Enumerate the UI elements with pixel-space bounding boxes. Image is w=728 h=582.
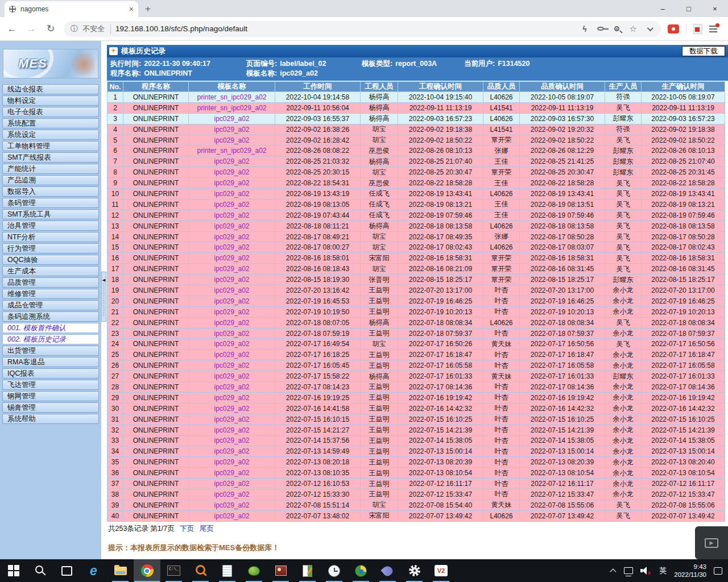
template-link[interactable]: ipc029_a02 bbox=[189, 457, 275, 468]
template-link[interactable]: ipc029_a02 bbox=[189, 360, 275, 371]
template-link[interactable]: ipc029_a02 bbox=[189, 242, 275, 253]
template-link[interactable]: ipc029_a02 bbox=[189, 371, 275, 382]
template-link[interactable]: ipc029_a02 bbox=[189, 156, 275, 167]
template-link[interactable]: printer_sn_ipc029_a02 bbox=[189, 146, 275, 156]
volume-muted-icon[interactable]: × bbox=[640, 567, 652, 575]
template-link[interactable]: ipc029_a02 bbox=[189, 178, 275, 189]
sidebar-item[interactable]: 条码追溯系统 bbox=[2, 311, 99, 322]
minimize-button[interactable]: – bbox=[650, 0, 676, 17]
url-text[interactable]: 192.168.100.18/sfc/S.php/nago/default bbox=[115, 24, 578, 33]
sidebar-item[interactable]: OQC抽验 bbox=[2, 255, 99, 265]
template-link[interactable]: ipc029_a02 bbox=[189, 221, 275, 231]
sidebar-item[interactable]: SMT产线报表 bbox=[2, 152, 99, 163]
template-link[interactable]: ipc029_a02 bbox=[189, 135, 275, 146]
sidebar-item[interactable]: 电子仓报表 bbox=[2, 107, 99, 117]
sidebar-item[interactable]: 工单物料管理 bbox=[2, 141, 99, 151]
template-link[interactable]: ipc029_a02 bbox=[189, 339, 275, 350]
template-link[interactable]: ipc029_a02 bbox=[189, 392, 275, 403]
template-link[interactable]: ipc029_a02 bbox=[189, 479, 275, 489]
template-link[interactable]: ipc029_a02 bbox=[189, 468, 275, 479]
sidebar-item[interactable]: 生产成本 bbox=[2, 266, 99, 276]
remote-tool-button[interactable] bbox=[267, 559, 294, 582]
file-explorer-button[interactable] bbox=[107, 559, 134, 582]
sidebar-item[interactable]: 线边仓报表 bbox=[2, 84, 99, 94]
template-link[interactable]: ipc029_a02 bbox=[189, 435, 275, 446]
dolphin-tool-button[interactable] bbox=[374, 559, 401, 582]
template-link[interactable]: ipc029_a02 bbox=[189, 296, 275, 306]
chrome-button[interactable] bbox=[134, 559, 160, 582]
browser-tab[interactable]: nagomes × bbox=[5, 1, 138, 17]
sidebar-item[interactable]: 治具管理 bbox=[2, 221, 99, 231]
template-link[interactable]: printer_sn_ipc029_a02 bbox=[189, 92, 275, 103]
template-link[interactable]: ipc029_a02 bbox=[189, 113, 275, 124]
splitter-handle[interactable]: ◀ bbox=[101, 272, 106, 322]
sidebar-submenu-item[interactable]: 001. 模板首件确认 bbox=[2, 323, 99, 333]
sidebar-item[interactable]: 飞达管理 bbox=[2, 380, 99, 390]
template-link[interactable]: ipc029_a02 bbox=[189, 328, 275, 339]
sidebar-item[interactable]: 物料设定 bbox=[2, 95, 99, 106]
template-link[interactable]: ipc029_a02 bbox=[189, 264, 275, 275]
search-button[interactable] bbox=[27, 559, 53, 582]
sidebar-item[interactable]: 行为管理 bbox=[2, 243, 99, 253]
bookmark-star-icon[interactable]: ☆ bbox=[630, 24, 637, 34]
sidebar-item[interactable]: 系统配置 bbox=[2, 118, 99, 128]
password-key-icon[interactable] bbox=[597, 27, 604, 31]
tab-close-icon[interactable]: × bbox=[129, 5, 134, 14]
search-tool-button[interactable] bbox=[187, 559, 214, 582]
template-link[interactable]: ipc029_a02 bbox=[189, 231, 275, 242]
template-link[interactable]: ipc029_a02 bbox=[189, 317, 275, 328]
template-link[interactable]: ipc029_a02 bbox=[189, 489, 275, 500]
sidebar-item[interactable]: 维修管理 bbox=[2, 289, 99, 299]
tray-expand-icon[interactable] bbox=[610, 568, 617, 575]
settings-gear-button[interactable] bbox=[401, 559, 428, 582]
template-link[interactable]: ipc029_a02 bbox=[189, 189, 275, 199]
template-link[interactable]: ipc029_a02 bbox=[189, 382, 275, 393]
next-page-link[interactable]: 下页 bbox=[180, 525, 194, 533]
sidebar-item[interactable]: SMT系统工具 bbox=[2, 209, 99, 219]
template-link[interactable]: ipc029_a02 bbox=[189, 210, 275, 221]
data-download-button[interactable]: 数据下载 bbox=[682, 46, 725, 56]
reload-icon[interactable]: ↻ bbox=[44, 23, 57, 35]
template-link[interactable]: ipc029_a02 bbox=[189, 500, 275, 510]
notepad-button[interactable] bbox=[214, 559, 241, 582]
last-page-link[interactable]: 尾页 bbox=[200, 525, 214, 533]
maximize-button[interactable]: □ bbox=[676, 0, 702, 17]
collapse-arrow-icon[interactable]: ◀ bbox=[102, 278, 105, 282]
sidebar-item[interactable]: IQC报表 bbox=[2, 368, 99, 379]
task-view-button[interactable] bbox=[53, 559, 80, 582]
template-link[interactable]: printer_sn_ipc029_a02 bbox=[189, 102, 275, 113]
pdf-extension-icon[interactable] bbox=[693, 24, 702, 34]
lightning-icon[interactable]: ϟ bbox=[582, 24, 586, 34]
sidebar-item[interactable]: 成品仓管理 bbox=[2, 300, 99, 310]
extension-red-icon[interactable] bbox=[668, 24, 679, 34]
template-link[interactable]: ipc029_a02 bbox=[189, 306, 275, 317]
start-button[interactable] bbox=[0, 559, 27, 582]
sidebar-submenu-item[interactable]: 002. 模板历史记录 bbox=[2, 334, 99, 344]
screencast-overlay[interactable]: ▶ bbox=[695, 526, 728, 559]
browser-menu-icon[interactable] bbox=[709, 26, 717, 32]
sidebar-item[interactable]: 出货管理 bbox=[2, 346, 99, 356]
template-link[interactable]: ipc029_a02 bbox=[189, 167, 275, 178]
log-editor-button[interactable] bbox=[294, 559, 321, 582]
close-button[interactable]: × bbox=[702, 0, 728, 17]
notification-center-icon[interactable] bbox=[714, 567, 722, 575]
template-link[interactable]: ipc029_a02 bbox=[189, 124, 275, 135]
new-tab-button[interactable]: + bbox=[145, 3, 151, 15]
template-link[interactable]: ipc029_a02 bbox=[189, 275, 275, 285]
toad-button[interactable] bbox=[241, 559, 267, 582]
template-link[interactable]: ipc029_a02 bbox=[189, 199, 275, 210]
sidebar-item[interactable]: 品质管理 bbox=[2, 277, 99, 288]
clock-app-button[interactable] bbox=[321, 559, 348, 582]
template-link[interactable]: ipc029_a02 bbox=[189, 350, 275, 360]
template-link[interactable]: ipc029_a02 bbox=[189, 425, 275, 435]
sidebar-item[interactable]: 数据导入 bbox=[2, 186, 99, 197]
terminal-button[interactable]: C:\_ bbox=[160, 559, 187, 582]
sidebar-item[interactable]: NTF分析 bbox=[2, 232, 99, 242]
back-icon[interactable]: ← bbox=[6, 23, 18, 35]
sidebar-item[interactable]: 产能统计 bbox=[2, 164, 99, 174]
sidebar-item[interactable]: 产品追溯 bbox=[2, 175, 99, 185]
zoom-out-icon[interactable] bbox=[614, 26, 619, 31]
internet-explorer-button[interactable]: e bbox=[80, 559, 107, 582]
sidebar-item[interactable]: 系统帮助 bbox=[2, 414, 99, 424]
template-link[interactable]: ipc029_a02 bbox=[189, 510, 275, 521]
